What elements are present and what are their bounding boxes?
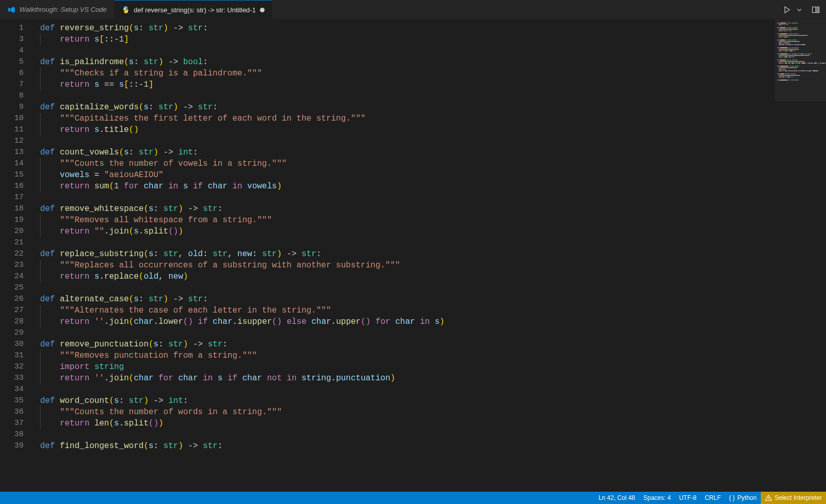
line-number: 8 bbox=[0, 90, 24, 102]
tab-label: def reverse_string(s: str) -> str: Untit… bbox=[134, 6, 256, 14]
code-line[interactable] bbox=[40, 135, 775, 147]
line-number: 23 bbox=[0, 260, 24, 271]
code-line[interactable]: return s[::-1] bbox=[40, 34, 775, 45]
line-number: 22 bbox=[0, 248, 24, 260]
line-number: 9 bbox=[0, 102, 24, 113]
code-line[interactable]: """Removes punctuation from a string.""" bbox=[40, 350, 775, 361]
line-number: 24 bbox=[0, 271, 24, 282]
line-number: 15 bbox=[0, 169, 24, 181]
minimap-viewport[interactable] bbox=[775, 20, 826, 102]
line-number: 3 bbox=[0, 34, 24, 45]
code-line[interactable] bbox=[40, 90, 775, 102]
code-line[interactable]: def remove_whitespace(s: str) -> str: bbox=[40, 203, 775, 215]
line-number: 17 bbox=[0, 192, 24, 203]
braces-icon: { } bbox=[729, 494, 735, 501]
line-number: 39 bbox=[0, 440, 24, 452]
line-number: 10 bbox=[0, 113, 24, 124]
status-language[interactable]: { } Python bbox=[725, 492, 761, 504]
line-number: 1 bbox=[0, 23, 24, 34]
line-number: 33 bbox=[0, 373, 24, 384]
line-number: 6 bbox=[0, 68, 24, 79]
code-line[interactable]: return ''.join(char.lower() if char.isup… bbox=[40, 316, 775, 327]
code-line[interactable]: import string bbox=[40, 361, 775, 373]
code-line[interactable]: def replace_substring(s: str, old: str, … bbox=[40, 248, 775, 260]
code-line[interactable] bbox=[40, 429, 775, 440]
code-line[interactable]: """Replaces all occurrences of a substri… bbox=[40, 260, 775, 271]
code-line[interactable]: """Removes all whitespace from a string.… bbox=[40, 215, 775, 226]
code-line[interactable]: """Capitalizes the first letter of each … bbox=[40, 113, 775, 124]
line-number: 14 bbox=[0, 158, 24, 169]
code-line[interactable]: def reverse_string(s: str) -> str: bbox=[40, 23, 775, 34]
line-number: 29 bbox=[0, 327, 24, 339]
tabs-bar: Walkthrough: Setup VS Code def reverse_s… bbox=[0, 0, 826, 20]
tab-untitled-1[interactable]: def reverse_string(s: str) -> str: Untit… bbox=[115, 0, 272, 19]
line-number: 4 bbox=[0, 45, 24, 56]
line-number: 31 bbox=[0, 350, 24, 361]
line-number: 38 bbox=[0, 429, 24, 440]
code-line[interactable]: """Counts the number of words in a strin… bbox=[40, 406, 775, 418]
vscode-icon bbox=[7, 6, 15, 14]
code-line[interactable]: def remove_punctuation(s: str) -> str: bbox=[40, 339, 775, 350]
code-line[interactable]: def alternate_case(s: str) -> str: bbox=[40, 294, 775, 305]
code-line[interactable] bbox=[40, 237, 775, 248]
line-number: 34 bbox=[0, 384, 24, 395]
code-line[interactable]: def word_count(s: str) -> int: bbox=[40, 395, 775, 406]
code-line[interactable] bbox=[40, 282, 775, 294]
line-number: 25 bbox=[0, 282, 24, 294]
code-line[interactable]: return "".join(s.split()) bbox=[40, 226, 775, 237]
code-line[interactable]: return s.title() bbox=[40, 124, 775, 135]
line-number: 18 bbox=[0, 203, 24, 215]
code-line[interactable]: vowels = "aeiouAEIOU" bbox=[40, 169, 775, 181]
code-line[interactable]: return s.replace(old, new) bbox=[40, 271, 775, 282]
code-line[interactable]: return s == s[::-1] bbox=[40, 79, 775, 90]
code-line[interactable]: """Alternates the case of each letter in… bbox=[40, 305, 775, 316]
code-line[interactable]: """Checks if a string is a palindrome.""… bbox=[40, 68, 775, 79]
code-line[interactable]: """Counts the number of vowels in a stri… bbox=[40, 158, 775, 169]
python-icon bbox=[122, 6, 130, 14]
line-number: 32 bbox=[0, 361, 24, 373]
line-number: 28 bbox=[0, 316, 24, 327]
line-number: 36 bbox=[0, 406, 24, 418]
code-line[interactable]: return len(s.split()) bbox=[40, 418, 775, 429]
code-line[interactable] bbox=[40, 384, 775, 395]
line-number: 37 bbox=[0, 418, 24, 429]
code-line[interactable]: def find_longest_word(s: str) -> str: bbox=[40, 440, 775, 452]
status-select-interpreter[interactable]: Select Interpreter bbox=[761, 492, 826, 504]
tab-actions bbox=[777, 0, 826, 19]
code-line[interactable]: def is_palindrome(s: str) -> bool: bbox=[40, 56, 775, 68]
status-bar: Ln 42, Col 48 Spaces: 4 UTF-8 CRLF { } P… bbox=[0, 492, 826, 504]
line-number: 26 bbox=[0, 294, 24, 305]
tab-walkthrough[interactable]: Walkthrough: Setup VS Code bbox=[0, 0, 115, 19]
line-number-gutter: 1345678910111213141516171819202122232425… bbox=[0, 20, 33, 492]
code-line[interactable] bbox=[40, 45, 775, 56]
code-line[interactable]: return sum(1 for char in s if char in vo… bbox=[40, 181, 775, 192]
run-icon[interactable] bbox=[783, 6, 791, 14]
line-number: 30 bbox=[0, 339, 24, 350]
line-number: 21 bbox=[0, 237, 24, 248]
svg-point-4 bbox=[768, 499, 768, 500]
line-number: 12 bbox=[0, 135, 24, 147]
code-line[interactable]: def count_vowels(s: str) -> int: bbox=[40, 147, 775, 158]
svg-rect-2 bbox=[816, 7, 819, 12]
minimap[interactable] bbox=[775, 20, 826, 492]
status-cursor-position[interactable]: Ln 42, Col 48 bbox=[594, 492, 639, 504]
line-number: 5 bbox=[0, 56, 24, 68]
editor[interactable]: 1345678910111213141516171819202122232425… bbox=[0, 20, 826, 492]
tab-label: Walkthrough: Setup VS Code bbox=[20, 6, 107, 13]
chevron-down-icon[interactable] bbox=[796, 7, 802, 13]
line-number: 11 bbox=[0, 124, 24, 135]
dirty-indicator-icon bbox=[260, 8, 265, 12]
code-line[interactable] bbox=[40, 192, 775, 203]
code-area[interactable]: def reverse_string(s: str) -> str: retur… bbox=[33, 20, 775, 492]
split-editor-icon[interactable] bbox=[812, 6, 820, 14]
line-number: 13 bbox=[0, 147, 24, 158]
code-line[interactable]: return ''.join(char for char in s if cha… bbox=[40, 373, 775, 384]
status-eol[interactable]: CRLF bbox=[701, 492, 725, 504]
code-line[interactable]: def capitalize_words(s: str) -> str: bbox=[40, 102, 775, 113]
code-line[interactable] bbox=[40, 327, 775, 339]
line-number: 7 bbox=[0, 79, 24, 90]
line-number: 20 bbox=[0, 226, 24, 237]
line-number: 27 bbox=[0, 305, 24, 316]
status-encoding[interactable]: UTF-8 bbox=[675, 492, 701, 504]
status-indentation[interactable]: Spaces: 4 bbox=[640, 492, 675, 504]
